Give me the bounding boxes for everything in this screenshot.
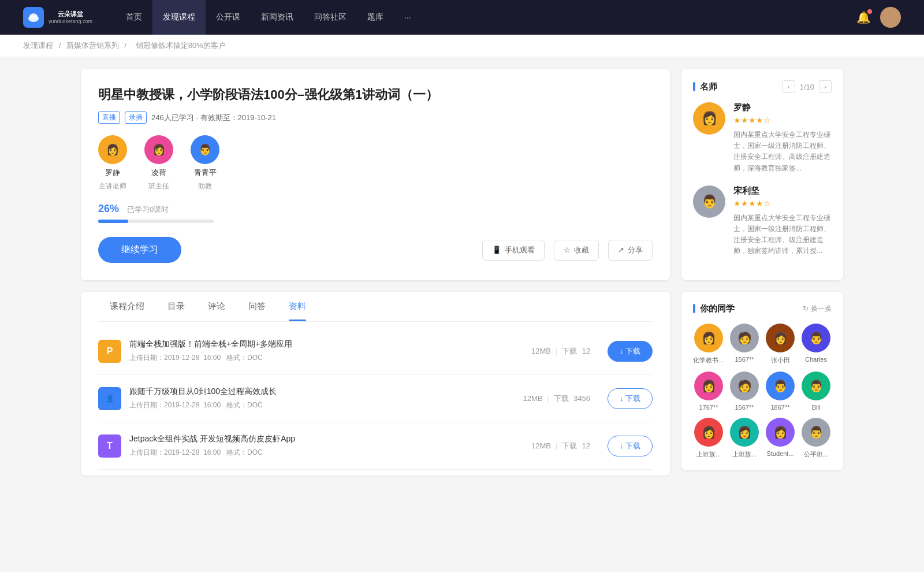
resource-stats-0: 12MB | 下载 12 [531,346,590,356]
classmate-3-name: Charles [805,356,827,363]
classmate-9[interactable]: 👩 上班族... [729,418,760,459]
course-tags: 直播 录播 246人已学习 · 有效期至：2019-10-21 [98,112,653,124]
teacher-0: 👩 罗静 主讲老师 [98,135,127,191]
classmate-2-name: 张小田 [771,356,790,365]
teachers-card-header: 名师 ‹ 1/10 › [693,80,832,93]
main-layout: 明星中教授课，小学阶段语法100分–强化级第1讲动词（一） 直播 录播 246人… [58,57,866,493]
resource-stats-2: 12MB | 下载 12 [531,441,590,451]
classmate-3-avatar: 👨 [802,324,830,352]
download-button-0[interactable]: ↓ 下载 [608,341,653,362]
user-avatar[interactable] [880,7,901,28]
classmate-11-name: 公平班... [804,450,828,459]
progress-desc: 已学习0课时 [127,205,169,214]
logo-icon [23,7,44,28]
resource-stats-1: 12MB | 下载 3456 [523,393,590,404]
classmate-2[interactable]: 👩 张小田 [765,324,796,365]
prev-teacher-button[interactable]: ‹ [783,80,795,93]
nav-news[interactable]: 新闻资讯 [251,0,304,35]
nav-items: 首页 发现课程 公开课 新闻资讯 问答社区 题库 ··· [116,0,856,35]
share-label: 分享 [628,245,643,255]
tab-intro[interactable]: 课程介绍 [98,292,156,321]
tab-qa[interactable]: 问答 [237,292,277,321]
resource-info-0: 前端全栈加强版！前端全栈+全周期+多端应用 上传日期：2019-12-28 16… [129,339,514,363]
classmates-header: 你的同学 ↻ 换一换 [693,303,832,314]
classmate-1[interactable]: 🧑 1567** [729,324,760,365]
logo[interactable]: 云朵课堂 yunduoketang.com [23,7,92,28]
classmate-11[interactable]: 👨 公平班... [800,418,832,459]
teacher-2-name: 青青平 [194,168,217,178]
tab-resource[interactable]: 资料 [277,292,318,321]
classmate-3[interactable]: 👨 Charles [800,324,832,365]
course-card: 明星中教授课，小学阶段语法100分–强化级第1讲动词（一） 直播 录播 246人… [81,69,670,280]
teacher-0-role: 主讲老师 [99,181,126,191]
teacher-page: 1/10 [800,83,814,91]
teacher-1: 👩 凌荷 班主任 [144,135,173,191]
classmate-6-avatar: 👨 [766,372,795,400]
teacher-1-name: 凌荷 [151,168,166,178]
classmate-10-name: Student... [766,450,793,457]
download-button-2[interactable]: ↓ 下载 [608,436,653,456]
breadcrumb-courses[interactable]: 发现课程 [23,41,53,50]
resource-list: P 前端全栈加强版！前端全栈+全周期+多端应用 上传日期：2019-12-28 … [98,322,653,476]
nav-right: 🔔 [856,7,901,28]
classmate-0[interactable]: 👩 化学教书... [693,324,724,365]
classmate-5-avatar: 🧑 [730,372,759,400]
classmates-card: 你的同学 ↻ 换一换 👩 化学教书... 🧑 1567** 👩 张小田 [681,292,843,470]
classmate-10-avatar: 👩 [766,418,795,447]
resource-meta-2: 上传日期：2019-12-28 16:00 格式：DOC [129,448,514,458]
classmate-5[interactable]: 🧑 1567** [729,372,760,411]
classmate-9-name: 上班族... [732,450,757,459]
nav-more[interactable]: ··· [394,0,422,35]
sidebar-teacher-1-avatar: 👨 [693,185,725,218]
nav-open[interactable]: 公开课 [206,0,251,35]
teacher-1-role: 班主任 [148,181,169,191]
classmate-1-name: 1567** [735,356,754,363]
teacher-0-avatar: 👩 [98,135,127,164]
classmate-1-avatar: 🧑 [730,324,759,352]
refresh-button[interactable]: ↻ 换一换 [803,304,832,314]
classmate-6[interactable]: 👨 1867** [765,372,796,411]
tag-live: 直播 [98,112,120,124]
classmate-8-avatar: 👩 [694,418,723,447]
progress-section: 26% 已学习0课时 [98,203,653,223]
nav-courses[interactable]: 发现课程 [152,0,206,35]
navbar: 云朵课堂 yunduoketang.com 首页 发现课程 公开课 新闻资讯 问… [0,0,924,35]
classmate-7[interactable]: 👨 Bill [800,372,832,411]
classmates-grid: 👩 化学教书... 🧑 1567** 👩 张小田 👨 Charles 👩 [693,324,832,459]
nav-quiz[interactable]: 题库 [357,0,394,35]
star-icon: ☆ [564,246,571,254]
share-button[interactable]: ↗ 分享 [608,240,653,261]
content-area: 明星中教授课，小学阶段语法100分–强化级第1讲动词（一） 直播 录播 246人… [81,69,670,482]
breadcrumb-series[interactable]: 新媒体营销系列 [66,41,119,50]
teacher-2-avatar: 👨 [191,135,219,164]
collect-button[interactable]: ☆ 收藏 [554,240,599,261]
classmate-6-name: 1867** [770,404,789,411]
nav-home[interactable]: 首页 [116,0,152,35]
download-button-1[interactable]: ↓ 下载 [608,388,653,409]
resource-meta-1: 上传日期：2019-12-28 16:00 格式：DOC [129,400,506,410]
refresh-label: 换一换 [811,304,832,314]
teachers-list: 👩 罗静 主讲老师 👩 凌荷 班主任 👨 青青平 助教 [98,135,653,191]
breadcrumb: 发现课程 / 新媒体营销系列 / 销冠修炼术搞定80%的客户 [0,35,924,57]
sidebar-teacher-1: 👨 宋利坚 ★★★★☆ 国内某重点大学安全工程专业硕士，国家一级注册消防工程师、… [693,185,832,257]
sidebar-teacher-1-name: 宋利坚 [733,185,832,196]
course-meta: 246人已学习 · 有效期至：2019-10-21 [151,113,276,123]
teachers-pagination: ‹ 1/10 › [783,80,832,93]
classmate-0-avatar: 👩 [694,324,723,352]
next-teacher-button[interactable]: › [819,80,832,93]
resource-icon-2: T [98,434,121,458]
resource-title-0: 前端全栈加强版！前端全栈+全周期+多端应用 [129,339,514,350]
phone-watch-button[interactable]: 📱 手机观看 [482,240,545,261]
classmate-4[interactable]: 👩 1767** [693,372,724,411]
classmate-8[interactable]: 👩 上班族... [693,418,724,459]
continue-button[interactable]: 继续学习 [98,237,181,263]
classmate-10[interactable]: 👩 Student... [765,418,796,459]
bell-icon[interactable]: 🔔 [856,10,871,24]
classmate-11-avatar: 👨 [802,418,830,447]
logo-sub: yunduoketang.com [49,18,92,24]
tab-comment[interactable]: 评论 [196,292,237,321]
tabs-section: 课程介绍 目录 评论 问答 资料 P 前端全栈加强版！前端全栈+全周期+多端应用… [81,292,670,476]
classmate-4-name: 1767** [699,404,718,411]
tab-outline[interactable]: 目录 [156,292,196,321]
nav-qa[interactable]: 问答社区 [304,0,357,35]
